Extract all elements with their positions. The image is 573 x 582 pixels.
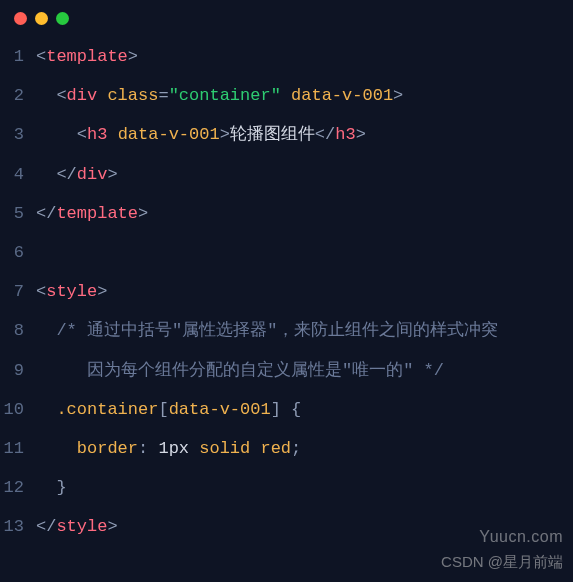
code-line: 3 <h3 data-v-001>轮播图组件</h3>	[0, 115, 573, 154]
code-line: 10 .container[data-v-001] {	[0, 390, 573, 429]
line-number: 1	[0, 43, 36, 70]
code-content: <style>	[36, 278, 573, 305]
code-line: 6	[0, 233, 573, 272]
code-line: 9 因为每个组件分配的自定义属性是"唯一的" */	[0, 351, 573, 390]
code-content: 因为每个组件分配的自定义属性是"唯一的" */	[36, 357, 573, 384]
code-content: </template>	[36, 200, 573, 227]
line-number: 13	[0, 513, 36, 540]
minimize-icon	[35, 12, 48, 25]
line-number: 12	[0, 474, 36, 501]
line-number: 6	[0, 239, 36, 266]
line-number: 11	[0, 435, 36, 462]
line-number: 3	[0, 121, 36, 148]
code-line: 5</template>	[0, 194, 573, 233]
close-icon	[14, 12, 27, 25]
code-content: .container[data-v-001] {	[36, 396, 573, 423]
line-number: 5	[0, 200, 36, 227]
code-content: <template>	[36, 43, 573, 70]
code-content: border: 1px solid red;	[36, 435, 573, 462]
window-traffic-lights	[0, 0, 573, 31]
line-number: 7	[0, 278, 36, 305]
code-content: <h3 data-v-001>轮播图组件</h3>	[36, 121, 573, 148]
line-number: 10	[0, 396, 36, 423]
code-content: /* 通过中括号"属性选择器"，来防止组件之间的样式冲突	[36, 317, 573, 344]
code-line: 4 </div>	[0, 155, 573, 194]
code-line: 11 border: 1px solid red;	[0, 429, 573, 468]
line-number: 4	[0, 161, 36, 188]
watermark-credit: CSDN @星月前端	[441, 550, 563, 574]
code-content: <div class="container" data-v-001>	[36, 82, 573, 109]
line-number: 9	[0, 357, 36, 384]
code-editor: 1<template>2 <div class="container" data…	[0, 31, 573, 556]
code-content: }	[36, 474, 573, 501]
code-content	[36, 239, 573, 266]
code-line: 2 <div class="container" data-v-001>	[0, 76, 573, 115]
code-line: 8 /* 通过中括号"属性选择器"，来防止组件之间的样式冲突	[0, 311, 573, 350]
line-number: 8	[0, 317, 36, 344]
code-line: 7<style>	[0, 272, 573, 311]
zoom-icon	[56, 12, 69, 25]
watermark-site: Yuucn.com	[479, 524, 563, 550]
code-content: </div>	[36, 161, 573, 188]
line-number: 2	[0, 82, 36, 109]
code-line: 12 }	[0, 468, 573, 507]
code-line: 1<template>	[0, 37, 573, 76]
